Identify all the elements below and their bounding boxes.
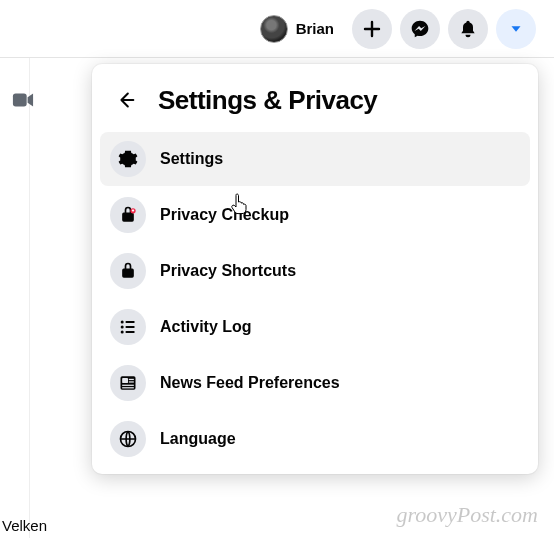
menu-item-label: Language [160,430,236,448]
newspaper-icon [110,365,146,401]
lock-icon [110,253,146,289]
menu-list: Settings Privacy Checkup Privacy Shortcu… [100,132,530,466]
video-icon[interactable] [12,92,34,108]
list-icon [110,309,146,345]
menu-item-privacy-checkup[interactable]: Privacy Checkup [100,188,530,242]
menu-item-activity-log[interactable]: Activity Log [100,300,530,354]
svg-rect-9 [122,378,128,383]
svg-rect-12 [122,385,134,386]
svg-rect-5 [126,321,135,323]
back-button[interactable] [108,82,144,118]
create-button[interactable] [352,9,392,49]
arrow-left-icon [115,89,137,111]
messenger-icon [410,19,430,39]
menu-item-label: Privacy Shortcuts [160,262,296,280]
svg-rect-10 [129,379,134,380]
avatar [260,15,288,43]
dropdown-title: Settings & Privacy [158,85,377,116]
svg-point-3 [121,326,124,329]
watermark: groovyPost.com [396,502,538,528]
dropdown-header: Settings & Privacy [100,76,530,132]
menu-item-news-feed-preferences[interactable]: News Feed Preferences [100,356,530,410]
caret-down-icon [507,20,525,38]
svg-rect-7 [126,331,135,333]
bell-icon [458,19,478,39]
svg-rect-6 [126,326,135,328]
menu-item-language[interactable]: Language [100,412,530,466]
lock-heart-icon [110,197,146,233]
svg-point-4 [121,331,124,334]
settings-privacy-dropdown: Settings & Privacy Settings Privacy Chec… [92,64,538,474]
svg-rect-0 [13,94,27,107]
menu-item-label: Activity Log [160,318,252,336]
menu-item-privacy-shortcuts[interactable]: Privacy Shortcuts [100,244,530,298]
globe-icon [110,421,146,457]
plus-icon [362,19,382,39]
menu-item-label: Privacy Checkup [160,206,289,224]
menu-item-settings[interactable]: Settings [100,132,530,186]
profile-name: Brian [296,20,334,37]
svg-rect-13 [122,387,134,388]
account-menu-button[interactable] [496,9,536,49]
gear-icon [110,141,146,177]
svg-rect-11 [129,381,134,382]
partial-sidebar-text: Velken [2,517,47,534]
profile-button[interactable]: Brian [256,11,344,47]
top-bar: Brian [0,0,554,58]
svg-point-2 [121,321,124,324]
menu-item-label: Settings [160,150,223,168]
notifications-button[interactable] [448,9,488,49]
menu-item-label: News Feed Preferences [160,374,340,392]
left-column [0,58,30,538]
messenger-button[interactable] [400,9,440,49]
